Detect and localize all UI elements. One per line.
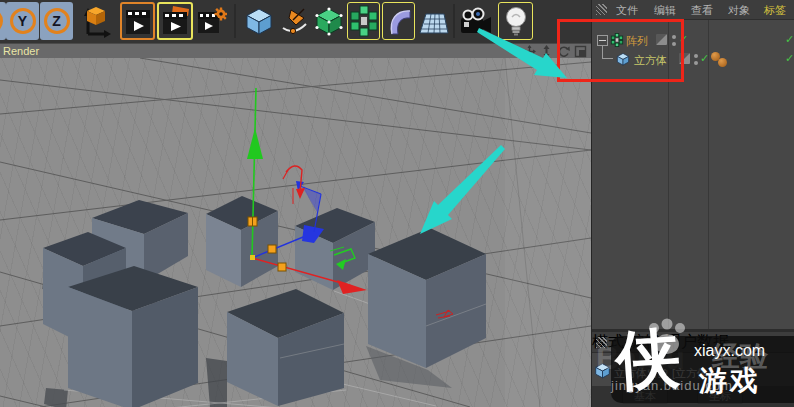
zoom-icon[interactable] — [540, 45, 553, 58]
coordinate-system-icon — [80, 4, 112, 38]
add-light-button[interactable] — [498, 2, 533, 40]
toolbar-separator — [453, 4, 455, 38]
add-bend-deformer-button[interactable] — [382, 2, 415, 40]
render-settings-icon — [197, 6, 227, 36]
enabled-check-icon[interactable]: ✓ — [679, 33, 688, 46]
render-view-icon — [124, 6, 152, 36]
array-object-icon — [349, 5, 379, 37]
xiayx-watermark-char: 侠 — [614, 324, 682, 394]
viewport-title: Render — [3, 45, 39, 57]
light-bulb-icon — [502, 5, 530, 37]
visibility-dots[interactable] — [694, 54, 698, 68]
render-picture-viewer-icon — [161, 6, 189, 36]
om-menu-tags[interactable]: 标签 — [764, 3, 786, 18]
floor-icon — [419, 6, 449, 36]
toolbar-separator — [234, 4, 236, 38]
add-array-object-button[interactable] — [347, 2, 380, 40]
spline-pen-icon — [280, 6, 308, 36]
add-spline-pen-button[interactable] — [277, 2, 310, 40]
axis-x-arrow[interactable] — [337, 280, 367, 294]
object-manager-menubar: 文件 编辑 查看 对象 标签 — [592, 0, 794, 20]
cube — [295, 208, 375, 290]
add-floor-button[interactable] — [417, 2, 450, 40]
om-menu-object[interactable]: 对象 — [728, 3, 750, 18]
viewport-3d[interactable] — [0, 58, 591, 407]
rotate-icon[interactable] — [557, 45, 570, 58]
axis-z-letter: Z — [52, 14, 61, 28]
axis-lock-y-ring: Y — [10, 8, 36, 34]
cube — [368, 228, 486, 368]
object-label-array[interactable]: 阵列 — [626, 34, 648, 49]
axis-x-handle[interactable] — [278, 263, 286, 271]
xiayx-watermark-url: xiayx.com — [694, 342, 765, 360]
bend-deformer-icon — [385, 6, 413, 36]
axis-lock-y-button[interactable]: Y — [6, 2, 39, 40]
render-check-icon[interactable]: ✓ — [785, 52, 794, 65]
gizmo-origin[interactable] — [250, 255, 255, 260]
render-view-button[interactable] — [120, 2, 155, 40]
cube-object-icon — [616, 52, 630, 66]
phong-tag-icon[interactable] — [711, 52, 731, 67]
add-generator-cube-button[interactable] — [312, 2, 345, 40]
tree-branch — [602, 45, 613, 59]
cube-primitive-icon — [245, 6, 273, 36]
object-row-array[interactable]: 阵列 ✓ ✓ — [592, 31, 794, 49]
cube — [206, 196, 278, 287]
panel-grip-icon[interactable] — [596, 4, 607, 15]
axis-y-arrow[interactable] — [247, 128, 263, 159]
axis-lock-z-button[interactable]: Z — [40, 2, 73, 40]
pan-icon[interactable] — [523, 45, 536, 58]
object-label-cube[interactable]: 立方体 — [634, 53, 667, 68]
axis-y-letter: Y — [18, 14, 27, 28]
camera-icon — [459, 6, 493, 36]
add-cube-primitive-button[interactable] — [242, 2, 275, 40]
maximize-icon[interactable] — [574, 45, 587, 58]
om-menu-file[interactable]: 文件 — [616, 3, 638, 18]
render-to-picture-viewer-button[interactable] — [157, 2, 193, 40]
render-settings-button[interactable] — [194, 2, 230, 40]
coordinate-system-button[interactable] — [77, 2, 115, 40]
enabled-check-icon[interactable]: ✓ — [700, 52, 709, 65]
om-menu-edit[interactable]: 编辑 — [654, 3, 676, 18]
cube — [68, 266, 198, 407]
xiayx-watermark-name: 游戏 — [699, 362, 761, 400]
om-menu-view[interactable]: 查看 — [691, 3, 713, 18]
add-camera-button[interactable] — [458, 2, 494, 40]
axis-lock-z-ring: Z — [44, 8, 70, 34]
scene-canvas — [0, 58, 591, 407]
visibility-dots[interactable] — [672, 35, 676, 49]
object-row-cube[interactable]: 立方体 ✓ ✓ — [592, 50, 794, 68]
layer-swatch[interactable] — [679, 53, 690, 64]
axis-lock-x-ring: X — [0, 8, 3, 34]
axis-z-handle[interactable] — [268, 245, 276, 253]
render-check-icon[interactable]: ✓ — [785, 33, 794, 46]
viewport-header: Render — [0, 43, 591, 58]
layer-swatch[interactable] — [656, 34, 667, 45]
generator-cube-icon — [315, 6, 343, 36]
